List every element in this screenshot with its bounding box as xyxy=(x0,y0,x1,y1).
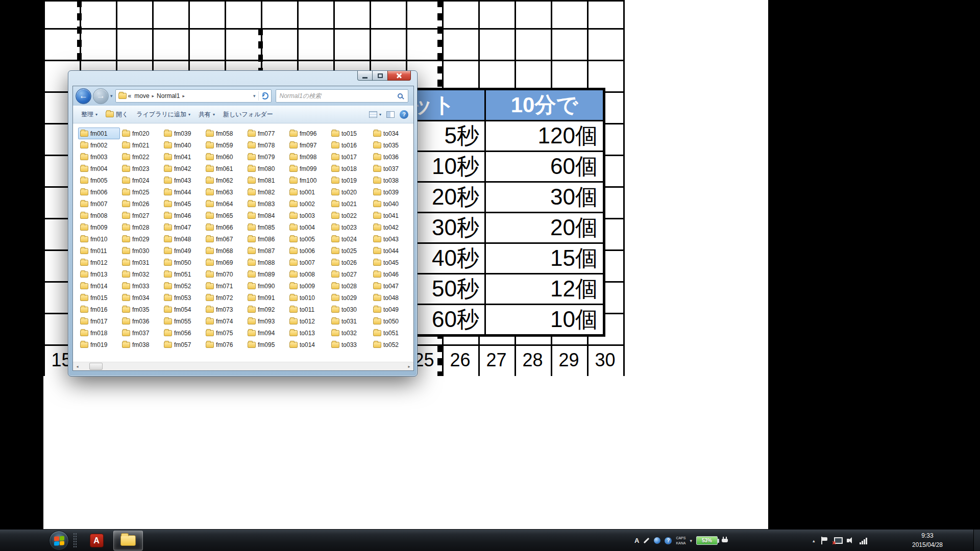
folder-item[interactable]: fm019 xyxy=(78,339,120,350)
folder-item[interactable]: fm054 xyxy=(162,304,204,315)
folder-item[interactable]: fm098 xyxy=(287,151,329,163)
folder-item[interactable]: fm022 xyxy=(120,151,162,163)
folder-item[interactable]: to012 xyxy=(287,315,329,327)
folder-item[interactable]: fm091 xyxy=(246,292,287,304)
folder-item[interactable]: fm045 xyxy=(162,198,204,210)
folder-item[interactable]: to030 xyxy=(329,304,371,315)
folder-item[interactable]: to051 xyxy=(371,327,413,339)
folder-item[interactable]: fm023 xyxy=(120,163,162,174)
folder-item[interactable]: fm092 xyxy=(246,304,287,315)
folder-item[interactable]: fm003 xyxy=(78,151,120,163)
breadcrumb-separator-icon[interactable]: ▸ xyxy=(182,93,185,98)
breadcrumb-collapsed[interactable]: « xyxy=(128,92,132,99)
folder-item[interactable]: fm036 xyxy=(120,315,162,327)
new-folder-button[interactable]: 新しいフォルダー xyxy=(223,110,273,119)
start-button[interactable] xyxy=(49,531,69,550)
folder-item[interactable]: fm049 xyxy=(162,245,204,257)
folder-item[interactable]: fm070 xyxy=(204,268,246,280)
folder-item[interactable]: fm055 xyxy=(162,315,204,327)
folder-item[interactable]: fm075 xyxy=(204,327,246,339)
folder-item[interactable]: fm004 xyxy=(78,163,120,174)
network-status-icon[interactable] xyxy=(834,537,841,544)
adobe-reader-taskbar-button[interactable]: A xyxy=(82,531,111,550)
folder-item[interactable]: fm082 xyxy=(246,186,287,198)
breadcrumb-move[interactable]: move xyxy=(134,92,149,99)
folder-item[interactable]: fm007 xyxy=(78,198,120,210)
folder-item[interactable]: fm015 xyxy=(78,292,120,304)
taskbar-clock[interactable]: 9:33 2015/04/28 xyxy=(899,530,955,551)
folder-item[interactable]: to016 xyxy=(329,139,371,151)
folder-item[interactable]: fm016 xyxy=(78,304,120,315)
folder-item[interactable]: to019 xyxy=(329,174,371,186)
folder-item[interactable]: fm074 xyxy=(204,315,246,327)
folder-item[interactable]: fm025 xyxy=(120,186,162,198)
folder-item[interactable]: fm061 xyxy=(204,163,246,174)
folder-item[interactable]: fm024 xyxy=(120,174,162,186)
folder-item[interactable]: fm044 xyxy=(162,186,204,198)
folder-item[interactable]: to028 xyxy=(329,280,371,292)
scrollbar-thumb[interactable] xyxy=(89,363,103,370)
folder-item[interactable]: fm035 xyxy=(120,304,162,315)
folder-item[interactable]: fm078 xyxy=(246,139,287,151)
folder-item[interactable]: to015 xyxy=(329,128,371,139)
folder-item[interactable]: to050 xyxy=(371,315,413,327)
signal-bars-icon[interactable] xyxy=(860,537,867,544)
battery-indicator[interactable]: 53% xyxy=(696,536,718,545)
folder-item[interactable]: to035 xyxy=(371,139,413,151)
folder-item[interactable]: fm033 xyxy=(120,280,162,292)
folder-item[interactable]: to001 xyxy=(287,186,329,198)
folder-item[interactable]: fm086 xyxy=(246,233,287,245)
folder-item[interactable]: fm077 xyxy=(246,128,287,139)
folder-item[interactable]: to032 xyxy=(329,327,371,339)
folder-item[interactable]: fm097 xyxy=(287,139,329,151)
organize-menu[interactable]: 整理 ▾ xyxy=(81,110,97,119)
folder-item[interactable]: to033 xyxy=(329,339,371,350)
address-dropdown-icon[interactable]: ▾ xyxy=(253,93,256,98)
folder-item[interactable]: fm002 xyxy=(78,139,120,151)
folder-item[interactable]: fm012 xyxy=(78,257,120,268)
hidden-icons-chevron-icon[interactable]: ▴ xyxy=(813,538,815,543)
folder-item[interactable]: to011 xyxy=(287,304,329,315)
folder-item[interactable]: to025 xyxy=(329,245,371,257)
folder-item[interactable]: to029 xyxy=(329,292,371,304)
folder-item[interactable]: fm068 xyxy=(204,245,246,257)
folder-item[interactable]: fm094 xyxy=(246,327,287,339)
folder-item[interactable]: to013 xyxy=(287,327,329,339)
folder-item[interactable]: fm011 xyxy=(78,245,120,257)
folder-item[interactable]: fm048 xyxy=(162,233,204,245)
folder-item[interactable]: fm034 xyxy=(120,292,162,304)
folder-item[interactable]: fm058 xyxy=(204,128,246,139)
folder-item[interactable]: fm020 xyxy=(120,128,162,139)
ime-help-icon[interactable]: ? xyxy=(665,537,672,544)
folder-item[interactable]: fm062 xyxy=(204,174,246,186)
folder-item[interactable]: to024 xyxy=(329,233,371,245)
folder-item[interactable]: to049 xyxy=(371,304,413,315)
folder-item[interactable]: fm069 xyxy=(204,257,246,268)
folder-item[interactable]: to042 xyxy=(371,221,413,233)
folder-item[interactable]: fm073 xyxy=(204,304,246,315)
folder-item[interactable]: to044 xyxy=(371,245,413,257)
breadcrumb-separator-icon[interactable]: ▸ xyxy=(152,93,155,98)
power-plug-icon[interactable] xyxy=(722,537,728,544)
pen-input-icon[interactable] xyxy=(643,537,650,544)
folder-item[interactable]: to005 xyxy=(287,233,329,245)
scroll-right-icon[interactable]: ▸ xyxy=(405,362,413,371)
folder-item[interactable]: fm100 xyxy=(287,174,329,186)
ime-options-chevron-icon[interactable]: ▾ xyxy=(690,538,692,543)
folder-item[interactable]: fm040 xyxy=(162,139,204,151)
folder-item[interactable]: fm030 xyxy=(120,245,162,257)
breadcrumb-normal1[interactable]: Normal1 xyxy=(157,92,180,99)
folder-item[interactable]: to020 xyxy=(329,186,371,198)
folder-item[interactable]: to046 xyxy=(371,268,413,280)
folder-item[interactable]: fm083 xyxy=(246,198,287,210)
folder-item[interactable]: fm084 xyxy=(246,210,287,221)
add-to-library-menu[interactable]: ライブラリに追加 ▾ xyxy=(136,110,190,119)
folder-item[interactable]: fm079 xyxy=(246,151,287,163)
folder-item[interactable]: fm063 xyxy=(204,186,246,198)
folder-item[interactable]: to038 xyxy=(371,174,413,186)
action-center-flag-icon[interactable] xyxy=(821,537,828,544)
folder-item[interactable]: to021 xyxy=(329,198,371,210)
share-menu[interactable]: 共有 ▾ xyxy=(199,110,215,119)
folder-item[interactable]: fm010 xyxy=(78,233,120,245)
preview-pane-icon[interactable] xyxy=(386,111,395,118)
